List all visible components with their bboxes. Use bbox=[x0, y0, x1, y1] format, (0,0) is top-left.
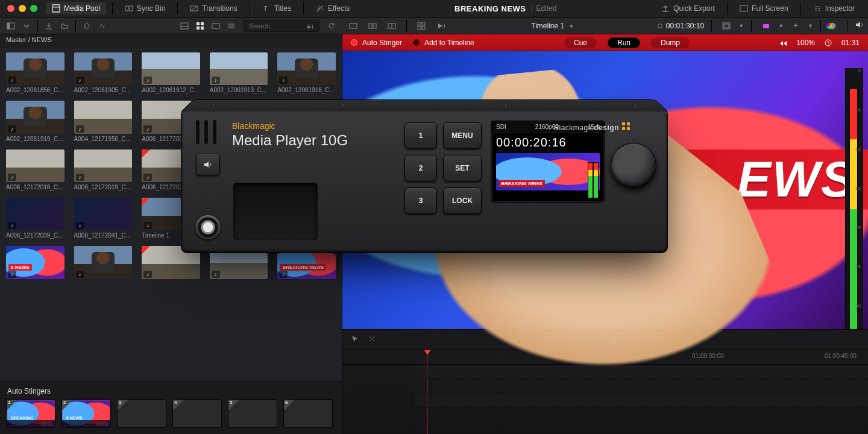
next-edit-icon[interactable] bbox=[552, 335, 560, 345]
replay-icon[interactable] bbox=[433, 19, 448, 33]
timeline-selector[interactable]: Timeline 1 ▼ bbox=[453, 22, 653, 30]
clip-item[interactable]: A006_12172041_C... bbox=[74, 198, 133, 239]
link-icon[interactable] bbox=[95, 19, 110, 33]
viewer-mode-2-icon[interactable] bbox=[365, 19, 380, 33]
clip-thumb[interactable] bbox=[6, 101, 64, 133]
clip-thumb[interactable] bbox=[74, 246, 133, 278]
media-pool-tab[interactable]: Media Pool bbox=[46, 2, 106, 14]
clip-thumb[interactable] bbox=[6, 52, 64, 85]
clip-thumb[interactable] bbox=[6, 198, 64, 230]
clip-item[interactable]: A002_12061919_C... bbox=[6, 101, 64, 142]
full-screen-button[interactable]: Full Screen bbox=[734, 2, 794, 14]
clip-item[interactable]: A002_12061905_C... bbox=[74, 52, 133, 93]
list-view-icon[interactable] bbox=[224, 19, 239, 33]
clip-item[interactable]: A006_12172019_C... bbox=[74, 149, 133, 190]
titles-tab[interactable]: T Titles bbox=[256, 2, 297, 14]
refresh-icon[interactable] bbox=[80, 19, 94, 33]
strip-view-icon[interactable] bbox=[209, 19, 223, 33]
step-back-icon[interactable] bbox=[593, 335, 601, 345]
window-controls[interactable] bbox=[7, 5, 37, 12]
clip-item[interactable]: A004_12171950_C... bbox=[74, 101, 133, 142]
stinger-slot[interactable]: 4 bbox=[172, 399, 222, 428]
marker-dot-icon[interactable] bbox=[535, 335, 543, 345]
tool-blade-icon[interactable] bbox=[368, 335, 376, 345]
viewer-mode-1-icon[interactable] bbox=[346, 19, 360, 33]
clip-thumb[interactable] bbox=[74, 198, 133, 230]
inspector-button[interactable]: Inspector bbox=[807, 2, 861, 14]
bypass-fx-icon[interactable] bbox=[759, 19, 773, 33]
timecode-display[interactable]: 00:01:30:10 bbox=[666, 22, 704, 30]
minimize-icon[interactable] bbox=[19, 5, 26, 12]
step-fwd-icon[interactable] bbox=[644, 335, 652, 345]
breadcrumb[interactable]: Master / NEWS bbox=[0, 34, 342, 48]
timeline-ruler[interactable]: 01:00:15:0001:00:30:0001:00:45:0001:01:0… bbox=[342, 350, 868, 365]
reload-icon[interactable] bbox=[324, 19, 339, 33]
clip-item[interactable]: A002_12061916_C... bbox=[277, 52, 336, 93]
clip-thumb[interactable] bbox=[277, 52, 336, 85]
viewer-mode-3-icon[interactable] bbox=[385, 19, 399, 33]
sort-icon[interactable]: ≡↓ bbox=[307, 22, 314, 30]
stinger-slot[interactable]: 5 bbox=[228, 399, 277, 428]
prev-edit-icon[interactable] bbox=[518, 335, 526, 345]
add-to-timeline-label: Add to Timeline bbox=[424, 39, 474, 47]
go-start-icon[interactable] bbox=[576, 335, 584, 345]
add-to-timeline-toggle[interactable]: Add to Timeline bbox=[413, 39, 474, 47]
svg-point-19 bbox=[228, 27, 229, 28]
chevron-down-icon[interactable]: ▼ bbox=[778, 23, 784, 29]
play-button[interactable] bbox=[626, 335, 635, 345]
sidebar-toggle-icon[interactable] bbox=[4, 19, 18, 33]
stinger-slot[interactable]: 6 bbox=[283, 399, 333, 428]
stinger-slot[interactable]: 26 NEWS03.00 bbox=[61, 399, 111, 428]
chevron-down-icon[interactable]: ▼ bbox=[738, 23, 744, 29]
mute-button[interactable] bbox=[848, 20, 864, 31]
sparkle-icon[interactable] bbox=[788, 19, 803, 33]
project-state: Edited bbox=[531, 4, 557, 13]
clip-item[interactable]: A002_12061856_C... bbox=[6, 52, 64, 93]
stop-icon[interactable] bbox=[609, 335, 618, 345]
dump-button[interactable]: Dump bbox=[651, 37, 690, 48]
tool-arrow-icon[interactable] bbox=[351, 335, 359, 345]
chevron-down-icon[interactable]: ▼ bbox=[808, 23, 813, 29]
viewer-grid-icon[interactable] bbox=[414, 19, 429, 33]
device-speaker-button bbox=[196, 154, 220, 175]
transitions-tab[interactable]: Transitions bbox=[184, 2, 243, 14]
clip-item[interactable]: A002_12061913_C... bbox=[210, 52, 268, 93]
metadata-view-icon[interactable] bbox=[177, 19, 192, 33]
run-button[interactable]: Run bbox=[608, 37, 640, 48]
svg-rect-16 bbox=[212, 24, 219, 28]
speed-value: 100% bbox=[796, 39, 815, 47]
clip-thumb[interactable] bbox=[142, 52, 200, 85]
chevron-down-icon[interactable] bbox=[19, 19, 34, 33]
safe-area-icon[interactable] bbox=[719, 19, 734, 33]
close-icon[interactable] bbox=[7, 5, 14, 12]
quick-export-button[interactable]: Quick Export bbox=[655, 2, 721, 14]
clip-item[interactable] bbox=[74, 246, 133, 280]
clip-item[interactable]: 6 NEWS bbox=[6, 246, 64, 280]
clip-thumb[interactable] bbox=[74, 101, 133, 133]
clip-item[interactable]: A006_12172039_C... bbox=[6, 198, 64, 239]
clock-icon bbox=[825, 39, 832, 46]
zoom-icon[interactable] bbox=[30, 5, 37, 12]
clip-thumb[interactable] bbox=[210, 52, 268, 85]
thumb-view-icon[interactable] bbox=[193, 19, 207, 33]
stinger-slot[interactable]: 3 bbox=[117, 399, 166, 428]
effects-tab[interactable]: Effects bbox=[310, 2, 356, 14]
color-wheel-icon[interactable] bbox=[828, 19, 843, 33]
clip-thumb[interactable] bbox=[74, 52, 133, 85]
clip-thumb[interactable] bbox=[6, 149, 64, 182]
timeline-tracks[interactable] bbox=[342, 365, 868, 434]
cue-button[interactable]: Cue bbox=[564, 37, 597, 48]
new-bin-icon[interactable] bbox=[57, 19, 72, 33]
clip-item[interactable]: A002_12061912_C... bbox=[142, 52, 200, 93]
clip-item[interactable]: A006_12172018_C... bbox=[6, 149, 64, 190]
auto-stinger-toggle[interactable]: Auto Stinger bbox=[351, 39, 402, 47]
clip-thumb[interactable]: 6 NEWS bbox=[6, 246, 64, 278]
loop-icon[interactable] bbox=[685, 335, 693, 345]
clip-thumb[interactable] bbox=[74, 149, 133, 182]
import-icon[interactable] bbox=[42, 19, 56, 33]
sync-bin-tab[interactable]: Sync Bin bbox=[119, 2, 171, 14]
stinger-slot[interactable]: 1BREAKING03.00 bbox=[6, 399, 55, 428]
go-end-icon[interactable] bbox=[661, 335, 669, 345]
effects-label: Effects bbox=[328, 4, 350, 13]
search-input[interactable]: Search ≡↓ bbox=[244, 20, 319, 32]
